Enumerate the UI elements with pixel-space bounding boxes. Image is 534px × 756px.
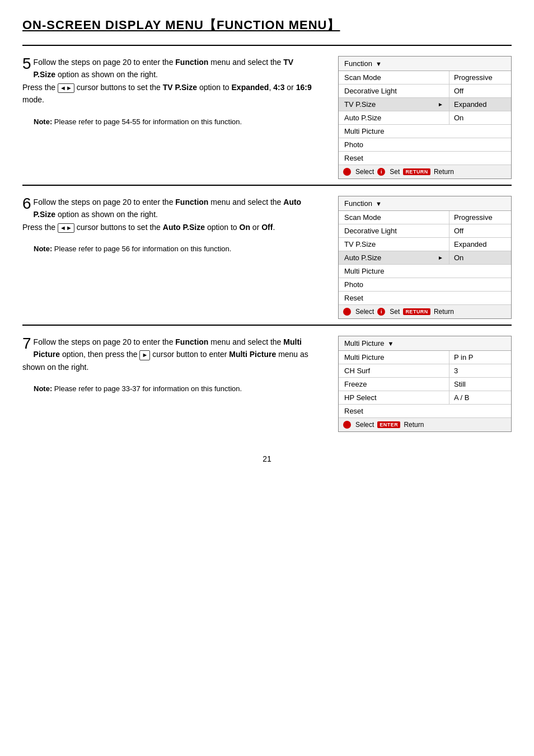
menu-row: Scan ModeProgressive bbox=[339, 71, 511, 84]
return-badge: ENTER bbox=[377, 421, 400, 428]
menu-value: Expanded bbox=[449, 238, 511, 251]
right-arrow-icon: ► bbox=[438, 101, 443, 107]
menu-label: Photo bbox=[339, 138, 511, 151]
menu-value: A / B bbox=[449, 391, 511, 404]
menu-row: TV P.Size►Expanded bbox=[339, 98, 511, 111]
circle-icon bbox=[343, 308, 351, 316]
menu-value: P in P bbox=[449, 351, 511, 364]
return-badge: RETURN bbox=[403, 308, 430, 315]
menu-value: On bbox=[449, 111, 511, 124]
menu-label: Decorative Light bbox=[339, 84, 449, 97]
menu-label: Reset bbox=[339, 152, 511, 165]
section5-note: Note: Please refer to page 54-55 for inf… bbox=[22, 116, 316, 128]
set-circle-icon: i bbox=[377, 168, 385, 176]
circle-icon bbox=[343, 421, 351, 429]
section6-text: 6 Follow the steps on page 20 to enter t… bbox=[22, 196, 321, 319]
menu-value: Progressive bbox=[449, 71, 511, 84]
menu-label: Decorative Light bbox=[339, 224, 449, 237]
set-circle-icon: i bbox=[377, 308, 385, 316]
menu-row: Decorative LightOff bbox=[339, 84, 511, 98]
menu-label: Scan Mode bbox=[339, 211, 449, 224]
menu-row: TV P.SizeExpanded bbox=[339, 238, 511, 251]
menu-label: Reset bbox=[339, 405, 511, 417]
cursor-icon: ◄► bbox=[58, 223, 74, 233]
menu-row: Reset bbox=[339, 405, 511, 417]
menu-label: TV P.Size► bbox=[339, 98, 449, 111]
section7-menu-footer: SelectENTERReturn bbox=[339, 417, 511, 431]
down-arrow-icon: ▼ bbox=[376, 200, 382, 207]
cursor-icon: ◄► bbox=[58, 83, 74, 93]
section7-menu-title: Multi Picture▼ bbox=[339, 336, 511, 351]
menu-label: Multi Picture bbox=[339, 125, 511, 138]
section5-step-num: 5 bbox=[22, 56, 31, 72]
menu-row: FreezeStill bbox=[339, 378, 511, 391]
section6-menu-box: Function▼Scan ModeProgressiveDecorative … bbox=[338, 196, 512, 319]
menu-value: Still bbox=[449, 378, 511, 391]
menu-row: Decorative LightOff bbox=[339, 224, 511, 238]
section6-step-num: 6 bbox=[22, 196, 31, 212]
section7-menu-box: Multi Picture▼Multi PictureP in PCH Surf… bbox=[338, 336, 512, 432]
menu-label: Photo bbox=[339, 278, 511, 291]
section7-text: 7 Follow the steps on page 20 to enter t… bbox=[22, 336, 321, 432]
menu-row: Scan ModeProgressive bbox=[339, 211, 511, 224]
menu-value: Off bbox=[449, 84, 511, 97]
menu-value: Expanded bbox=[449, 98, 511, 111]
section6-menu-title: Function▼ bbox=[339, 196, 511, 211]
page-title: ON-SCREEN DISPLAY MENU【FUNCTION MENU】 bbox=[22, 17, 512, 34]
menu-row: Multi PictureP in P bbox=[339, 351, 511, 364]
section7-note: Note: Please refer to page 33-37 for inf… bbox=[22, 383, 316, 395]
section6-menu-footer: SelectiSetRETURNReturn bbox=[339, 304, 511, 318]
menu-row: Auto P.SizeOn bbox=[339, 111, 511, 125]
menu-label: Auto P.Size bbox=[339, 111, 449, 124]
down-arrow-icon: ▼ bbox=[376, 60, 382, 67]
cursor-icon: ► bbox=[139, 350, 150, 360]
menu-label: Freeze bbox=[339, 378, 449, 391]
right-arrow-icon: ► bbox=[438, 255, 443, 261]
menu-label: Reset bbox=[339, 292, 511, 304]
menu-value: Off bbox=[449, 224, 511, 237]
section5: 5 Follow the steps on page 20 to enter t… bbox=[22, 45, 512, 185]
menu-label: Multi Picture bbox=[339, 265, 511, 278]
menu-row: Multi Picture bbox=[339, 265, 511, 278]
menu-value: 3 bbox=[449, 364, 511, 377]
menu-row: CH Surf3 bbox=[339, 364, 511, 378]
menu-label: Multi Picture bbox=[339, 351, 449, 364]
menu-label: Scan Mode bbox=[339, 71, 449, 84]
menu-value: On bbox=[449, 251, 511, 264]
menu-row: Multi Picture bbox=[339, 125, 511, 138]
section7: 7 Follow the steps on page 20 to enter t… bbox=[22, 325, 512, 438]
section6: 6 Follow the steps on page 20 to enter t… bbox=[22, 185, 512, 325]
menu-label: Auto P.Size► bbox=[339, 251, 449, 264]
menu-row: Photo bbox=[339, 278, 511, 292]
down-arrow-icon: ▼ bbox=[388, 340, 394, 347]
menu-row: Auto P.Size►On bbox=[339, 251, 511, 265]
page-number: 21 bbox=[22, 454, 512, 463]
section5-text: 5 Follow the steps on page 20 to enter t… bbox=[22, 56, 321, 179]
menu-label: HP Select bbox=[339, 391, 449, 404]
circle-icon bbox=[343, 168, 351, 176]
section7-step-num: 7 bbox=[22, 336, 31, 351]
section6-note: Note: Please refer to page 56 for inform… bbox=[22, 243, 316, 255]
menu-row: Reset bbox=[339, 152, 511, 165]
section5-menu-title: Function▼ bbox=[339, 57, 511, 71]
menu-label: CH Surf bbox=[339, 364, 449, 377]
menu-label: TV P.Size bbox=[339, 238, 449, 251]
section5-menu-box: Function▼Scan ModeProgressiveDecorative … bbox=[338, 56, 512, 179]
menu-row: HP SelectA / B bbox=[339, 391, 511, 405]
return-badge: RETURN bbox=[403, 168, 430, 175]
section5-menu-footer: SelectiSetRETURNReturn bbox=[339, 165, 511, 179]
menu-row: Photo bbox=[339, 138, 511, 152]
menu-row: Reset bbox=[339, 292, 511, 304]
menu-value: Progressive bbox=[449, 211, 511, 224]
